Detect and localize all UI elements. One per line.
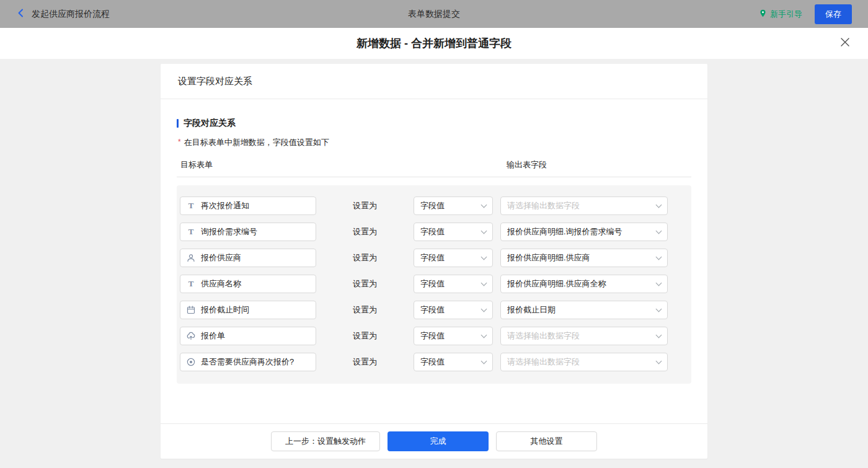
value-mode-select[interactable]: 字段值 (414, 275, 493, 293)
output-field-label: 报价供应商明细.询报价需求编号 (507, 226, 622, 237)
output-field-label: 请选择输出数据字段 (507, 200, 580, 211)
chevron-down-icon (481, 306, 487, 312)
instruction-text: 在目标表单中新增数据，字段值设置如下 (184, 138, 329, 147)
value-mode-label: 字段值 (420, 356, 445, 368)
mapping-row: T询报价需求编号设置为字段值报价供应商明细.询报价需求编号 (177, 219, 691, 245)
set-as-label: 设置为 (353, 200, 379, 211)
mapping-row: T再次报价通知设置为字段值请选择输出数据字段 (177, 193, 691, 219)
output-field-select[interactable]: 报价截止日期 (500, 301, 668, 319)
output-field-select[interactable]: 报价供应商明细.询报价需求编号 (500, 223, 668, 241)
beginner-guide-link[interactable]: 新手引导 (759, 9, 802, 20)
value-mode-select[interactable]: 字段值 (414, 327, 493, 345)
target-field-label: 再次报价通知 (201, 200, 249, 211)
set-as-label: 设置为 (353, 330, 379, 342)
set-as-label: 设置为 (353, 252, 379, 263)
other-settings-button[interactable]: 其他设置 (496, 431, 597, 451)
text-field-icon: T (187, 201, 195, 210)
output-field-select[interactable]: 报价供应商明细.供应商全称 (500, 275, 668, 293)
target-field-box[interactable]: T供应商名称 (180, 275, 316, 293)
target-field-box[interactable]: 报价供应商 (180, 249, 316, 267)
target-field-box[interactable]: T询报价需求编号 (180, 223, 316, 241)
output-field-select[interactable]: 请选择输出数据字段 (500, 327, 668, 345)
required-asterisk: * (178, 138, 181, 146)
calendar-field-icon (187, 306, 195, 314)
dialog-header: 新增数据 - 合并新增到普通字段 (0, 28, 868, 59)
value-mode-select[interactable]: 字段值 (414, 223, 493, 241)
chevron-left-icon (16, 8, 26, 20)
set-as-label: 设置为 (353, 304, 379, 316)
value-mode-select[interactable]: 字段值 (414, 301, 493, 319)
output-field-select[interactable]: 报价供应商明细.供应商 (500, 249, 668, 267)
upload-field-icon (187, 332, 195, 340)
column-headers: 目标表单 输出表字段 (177, 159, 691, 177)
beginner-guide-label: 新手引导 (770, 9, 802, 20)
top-bar: 发起供应商报价流程 表单数据提交 新手引导 保存 (0, 0, 868, 28)
radio-field-icon (187, 358, 195, 366)
target-field-box[interactable]: 报价单 (180, 327, 316, 345)
person-field-icon (187, 254, 195, 262)
value-mode-select[interactable]: 字段值 (414, 353, 493, 371)
target-field-label: 报价单 (201, 330, 225, 342)
text-field-icon: T (187, 280, 195, 288)
output-field-select[interactable]: 请选择输出数据字段 (500, 196, 668, 215)
text-field-icon: T (187, 227, 195, 236)
column-header-output-field: 输出表字段 (507, 159, 547, 170)
chevron-down-icon (481, 202, 487, 208)
chevron-down-icon (481, 280, 487, 286)
output-field-label: 报价供应商明细.供应商全称 (507, 278, 606, 289)
chevron-down-icon (656, 306, 662, 312)
mapping-rows: T再次报价通知设置为字段值请选择输出数据字段T询报价需求编号设置为字段值报价供应… (177, 185, 691, 384)
mapping-row: 报价单设置为字段值请选择输出数据字段 (177, 323, 691, 349)
target-field-label: 供应商名称 (201, 278, 241, 289)
prev-step-button[interactable]: 上一步：设置触发动作 (271, 431, 380, 451)
value-mode-label: 字段值 (420, 200, 445, 211)
value-mode-label: 字段值 (420, 226, 445, 237)
mapping-row: 报价截止时间设置为字段值报价截止日期 (177, 297, 691, 323)
back-button[interactable] (16, 8, 26, 20)
dialog-title: 新增数据 - 合并新增到普通字段 (356, 36, 512, 51)
chevron-down-icon (481, 332, 487, 338)
value-mode-label: 字段值 (420, 252, 445, 263)
chevron-down-icon (481, 228, 487, 234)
card-footer: 上一步：设置触发动作 完成 其他设置 (161, 423, 707, 459)
target-field-label: 是否需要供应商再次报价? (201, 356, 294, 368)
flow-name: 发起供应商报价流程 (32, 9, 110, 20)
target-field-label: 报价截止时间 (201, 304, 249, 316)
target-field-label: 询报价需求编号 (201, 226, 257, 237)
output-field-label: 请选择输出数据字段 (507, 356, 580, 368)
chevron-down-icon (656, 358, 662, 364)
chevron-down-icon (481, 254, 487, 260)
target-field-box[interactable]: 是否需要供应商再次报价? (180, 353, 316, 371)
card-header-title: 设置字段对应关系 (161, 64, 707, 99)
location-pin-icon (759, 9, 767, 19)
chevron-down-icon (481, 358, 487, 364)
set-as-label: 设置为 (353, 356, 379, 368)
chevron-down-icon (656, 202, 662, 208)
output-field-label: 请选择输出数据字段 (507, 330, 580, 342)
settings-card: 设置字段对应关系 字段对应关系 *在目标表单中新增数据，字段值设置如下 目标表单… (161, 64, 707, 459)
chevron-down-icon (656, 254, 662, 260)
value-mode-select[interactable]: 字段值 (414, 196, 493, 215)
chevron-down-icon (656, 280, 662, 286)
close-button[interactable] (838, 37, 852, 50)
value-mode-select[interactable]: 字段值 (414, 249, 493, 267)
target-field-label: 报价供应商 (201, 252, 241, 263)
mapping-row: T供应商名称设置为字段值报价供应商明细.供应商全称 (177, 271, 691, 297)
instruction-note: *在目标表单中新增数据，字段值设置如下 (178, 137, 691, 148)
chevron-down-icon (656, 228, 662, 234)
save-button[interactable]: 保存 (815, 4, 852, 24)
target-field-box[interactable]: 报价截止时间 (180, 301, 316, 319)
done-button[interactable]: 完成 (388, 431, 489, 451)
output-field-label: 报价供应商明细.供应商 (507, 252, 590, 263)
section-title: 字段对应关系 (177, 118, 691, 129)
column-header-target-form: 目标表单 (180, 159, 507, 170)
output-field-label: 报价截止日期 (507, 304, 556, 316)
target-field-box[interactable]: T再次报价通知 (180, 196, 316, 215)
topbar-title: 表单数据提交 (408, 9, 460, 20)
mapping-row: 报价供应商设置为字段值报价供应商明细.供应商 (177, 245, 691, 271)
dialog-body: 设置字段对应关系 字段对应关系 *在目标表单中新增数据，字段值设置如下 目标表单… (0, 59, 868, 468)
output-field-select[interactable]: 请选择输出数据字段 (500, 353, 668, 371)
set-as-label: 设置为 (353, 278, 379, 289)
value-mode-label: 字段值 (420, 330, 445, 342)
set-as-label: 设置为 (353, 226, 379, 237)
